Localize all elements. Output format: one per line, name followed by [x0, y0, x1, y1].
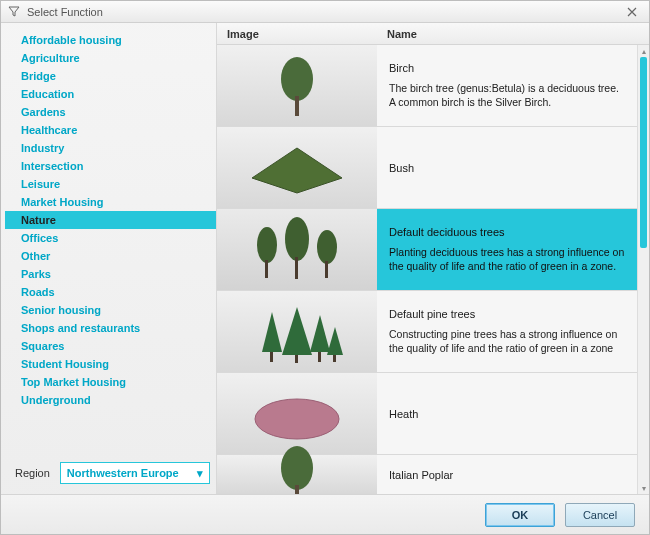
sidebar-item-senior-housing[interactable]: Senior housing [5, 301, 216, 319]
scrollbar: ▴ ▾ [637, 45, 649, 494]
svg-rect-14 [270, 352, 273, 362]
item-description: Constructing pine trees has a strong inf… [389, 328, 625, 355]
item-name: Default pine trees [389, 308, 625, 320]
column-headers: Image Name [217, 23, 649, 45]
svg-marker-10 [262, 312, 282, 352]
chevron-down-icon: ▾ [197, 467, 203, 480]
content-area: Affordable housingAgricultureBridgeEduca… [1, 23, 649, 494]
svg-marker-13 [327, 327, 343, 355]
item-name: Default deciduous trees [389, 226, 625, 238]
sidebar-item-squares[interactable]: Squares [5, 337, 216, 355]
svg-rect-15 [295, 355, 298, 363]
sidebar-item-shops-and-restaurants[interactable]: Shops and restaurants [5, 319, 216, 337]
item-text: Italian Poplar [377, 455, 637, 494]
filter-icon [7, 5, 21, 19]
svg-rect-17 [333, 355, 336, 362]
column-header-image[interactable]: Image [217, 28, 377, 40]
scroll-thumb[interactable] [640, 57, 647, 248]
item-text: Bush [377, 127, 637, 208]
single-tree-icon [217, 455, 377, 494]
svg-marker-11 [282, 307, 312, 355]
svg-marker-2 [252, 148, 342, 193]
region-value: Northwestern Europe [67, 467, 179, 479]
list-item[interactable]: Default pine treesConstructing pine tree… [217, 291, 637, 373]
sidebar-item-roads[interactable]: Roads [5, 283, 216, 301]
sidebar-item-healthcare[interactable]: Healthcare [5, 121, 216, 139]
dialog-body: Affordable housingAgricultureBridgeEduca… [1, 23, 649, 534]
list-item[interactable]: Bush [217, 127, 637, 209]
svg-marker-12 [310, 315, 330, 352]
title-bar: Select Function [1, 1, 649, 23]
sidebar-item-education[interactable]: Education [5, 85, 216, 103]
list-item[interactable]: BirchThe birch tree (genus:Betula) is a … [217, 45, 637, 127]
svg-rect-21 [295, 485, 299, 495]
region-row: Region Northwestern Europe ▾ [5, 454, 216, 486]
sidebar-item-intersection[interactable]: Intersection [5, 157, 216, 175]
item-name: Bush [389, 162, 625, 174]
item-text: Heath [377, 373, 637, 454]
svg-rect-16 [318, 352, 321, 362]
svg-rect-1 [295, 96, 299, 116]
item-name: Heath [389, 408, 625, 420]
sidebar-item-top-market-housing[interactable]: Top Market Housing [5, 373, 216, 391]
sidebar-item-student-housing[interactable]: Student Housing [5, 355, 216, 373]
svg-point-0 [281, 57, 313, 101]
svg-point-20 [281, 446, 313, 490]
region-label: Region [15, 467, 50, 479]
svg-point-4 [257, 227, 277, 263]
svg-point-5 [285, 217, 309, 261]
item-text: BirchThe birch tree (genus:Betula) is a … [377, 45, 637, 126]
footer: OK Cancel [1, 494, 649, 534]
sidebar-item-affordable-housing[interactable]: Affordable housing [5, 31, 216, 49]
sidebar-item-gardens[interactable]: Gardens [5, 103, 216, 121]
svg-rect-8 [295, 257, 298, 279]
list-item[interactable]: Italian Poplar [217, 455, 637, 494]
dialog-window: Select Function Affordable housingAgricu… [0, 0, 650, 535]
close-icon [627, 7, 637, 17]
column-header-name[interactable]: Name [377, 28, 649, 40]
ok-button[interactable]: OK [485, 503, 555, 527]
bush-icon [217, 127, 377, 208]
cancel-button[interactable]: Cancel [565, 503, 635, 527]
sidebar-item-parks[interactable]: Parks [5, 265, 216, 283]
window-title: Select Function [27, 6, 103, 18]
list-item[interactable]: Default deciduous treesPlanting deciduou… [217, 209, 637, 291]
item-list: BirchThe birch tree (genus:Betula) is a … [217, 45, 637, 494]
sidebar-item-bridge[interactable]: Bridge [5, 67, 216, 85]
main-panel: Image Name BirchThe birch tree (genus:Be… [216, 23, 649, 494]
region-select[interactable]: Northwestern Europe ▾ [60, 462, 210, 484]
single-tree-icon [217, 45, 377, 126]
svg-rect-9 [325, 261, 328, 278]
item-name: Birch [389, 62, 625, 74]
item-text: Default pine treesConstructing pine tree… [377, 291, 637, 372]
category-list: Affordable housingAgricultureBridgeEduca… [5, 31, 216, 409]
sidebar-item-nature[interactable]: Nature [5, 211, 216, 229]
scroll-down-button[interactable]: ▾ [638, 482, 649, 494]
sidebar-item-agriculture[interactable]: Agriculture [5, 49, 216, 67]
sidebar-item-leisure[interactable]: Leisure [5, 175, 216, 193]
sidebar-item-underground[interactable]: Underground [5, 391, 216, 409]
pine-group-icon [217, 291, 377, 372]
item-description: The birch tree (genus:Betula) is a decid… [389, 82, 625, 109]
sidebar-item-market-housing[interactable]: Market Housing [5, 193, 216, 211]
item-description: Planting deciduous trees has a strong in… [389, 246, 625, 273]
scroll-track[interactable] [640, 57, 647, 482]
list-wrap: BirchThe birch tree (genus:Betula) is a … [217, 45, 649, 494]
svg-point-6 [317, 230, 337, 264]
sidebar: Affordable housingAgricultureBridgeEduca… [1, 23, 216, 494]
sidebar-item-offices[interactable]: Offices [5, 229, 216, 247]
sidebar-item-other[interactable]: Other [5, 247, 216, 265]
item-name: Italian Poplar [389, 469, 625, 481]
sidebar-item-industry[interactable]: Industry [5, 139, 216, 157]
close-button[interactable] [621, 3, 643, 21]
item-text: Default deciduous treesPlanting deciduou… [377, 209, 637, 290]
svg-rect-7 [265, 260, 268, 278]
tree-group-icon [217, 209, 377, 290]
scroll-up-button[interactable]: ▴ [638, 45, 649, 57]
